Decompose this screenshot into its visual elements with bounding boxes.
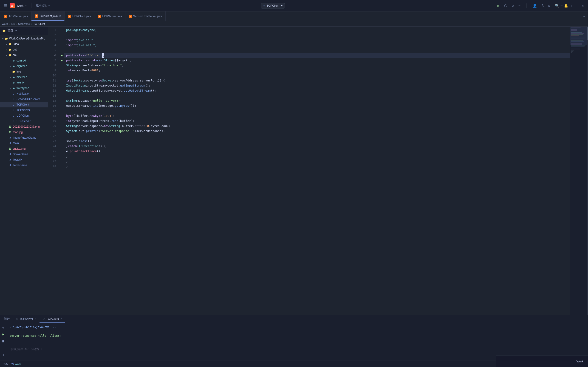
tree-item-twenty[interactable]: ▸ ◈ twenty [0,80,48,85]
bottom-tab-tcpserver-close[interactable]: ✕ [34,318,36,320]
code-line-19: int bytesRead = inputStream.read(buffer)… [64,118,570,124]
vcs-section[interactable]: 版本控制 ▾ [36,4,50,8]
tree-item-idea[interactable]: ▸ 📁 .idea [0,41,48,47]
tab-tcpserver[interactable]: J TCPServer.java [1,11,32,21]
tree-item-secondudpserver[interactable]: J SecondUDPServer [0,96,48,102]
code-line-6: public class TCPClient { [64,53,570,58]
status-position[interactable]: 6:25 [3,363,8,365]
maximize-button[interactable]: □ [567,0,577,11]
tabs-overflow-button[interactable]: ⋯ [579,14,588,18]
tree-label: TetrisGame [13,164,27,167]
plugin-button[interactable]: ⊞ [547,3,552,9]
bottom-tab-tcpclient-close[interactable]: ✕ [60,317,62,320]
tree-item-eighteen[interactable]: ▸ ◈ eighteen [0,63,48,69]
profile-button[interactable]: 👤 [531,3,538,9]
position-value: 6:25 [3,363,8,365]
java-file-icon: J [12,103,16,107]
tree-item-tcpserver[interactable]: J TCPServer [0,108,48,113]
tree-item-food[interactable]: 🖼 food.jpg [0,129,48,135]
run-stop-button[interactable]: ■ [1,339,5,343]
breadcrumb-twentyone[interactable]: twentyone [18,23,30,25]
line-num-17: 17 [48,108,58,113]
tree-arrow: ▾ [1,37,5,40]
tree-item-main[interactable]: J Main [0,141,48,146]
run-config-dropdown[interactable]: ▾ [281,4,282,7]
line-num-4: 4 [48,43,58,48]
translate-button[interactable]: A [540,3,545,9]
tree-item-src[interactable]: ▾ 📁 src [0,52,48,58]
tree-item-udpserver[interactable]: J UDPServer [0,118,48,124]
code-content[interactable]: package twentyone; import java.io.*; imp… [64,27,570,333]
line-num-27: 27 [48,159,58,164]
tab-tcpserver-label: TCPServer.java [9,15,28,18]
line-num-20: 20 [48,124,58,129]
tree-item-testup[interactable]: J TestUP [0,157,48,162]
tree-item-imagepuzzle[interactable]: J ImagePuzzleGame [0,135,48,141]
run-button[interactable]: ▶ [496,3,501,9]
rerun-button[interactable]: ↺ [1,325,5,330]
tree-item-tetrisgame[interactable]: J TetrisGame [0,162,48,168]
tree-item-comsxt[interactable]: ▸ ◈ com.sxt [0,58,48,63]
tree-item-snake[interactable]: 🖼 snake.png [0,146,48,151]
tree-item-notification[interactable]: J Notification [0,91,48,96]
tab-udpclient-label: UDPClient.java [72,15,91,18]
minimize-button[interactable]: ─ [556,0,567,11]
breadcrumb-work[interactable]: Work [2,23,8,25]
run-config[interactable]: ● TCPClient ▾ [261,3,285,8]
bottom-tab-run-label[interactable]: 运行 [1,315,13,323]
folder-icon: 📁 [12,70,16,74]
tree-item-work[interactable]: ▾ 📁 Work C:\Users\Shion\IdeaPro [0,36,48,41]
coverage-button[interactable]: ⊕ [510,3,515,9]
close-button[interactable]: ✕ [577,0,588,11]
breadcrumb-sep3: › [31,23,32,25]
run-tab-label: 运行 [4,317,10,321]
package-icon: ◈ [12,86,16,90]
tab-udpclient[interactable]: J UDPClient.java [65,11,94,21]
tree-label: UDPServer [17,120,31,123]
tree-item-img1[interactable]: 🖼 20220909223037.png [0,124,48,129]
line-num-24: 24 [48,144,58,149]
sidebar-dropdown-icon[interactable]: ▾ [15,29,17,32]
tree-item-twentyone[interactable]: ▾ ◈ twentyone [0,85,48,91]
tree-item-img[interactable]: ▸ 📁 img [0,69,48,74]
tree-arrow: ▾ [8,87,12,90]
tree-label: UDPClient [17,114,29,117]
hamburger-icon[interactable]: ☰ [3,2,8,9]
code-line-18: byte[] buffer = new byte[1024]; [64,113,570,118]
tab-tcpclient[interactable]: J TCPClient.java ✕ [32,11,65,21]
project-dropdown-icon[interactable]: ▾ [25,4,27,7]
tree-item-nineteen[interactable]: ▸ ◈ nineteen [0,74,48,80]
run-pause-button[interactable]: ⏸ [1,346,6,350]
tab-udpserver[interactable]: J UDPServer.java [94,11,125,21]
java-icon: J [35,15,38,18]
tree-arrow: ▸ [8,82,12,84]
breadcrumb-src[interactable]: src [11,23,15,25]
breadcrumb-tcpclient[interactable]: TCPClient [33,23,45,25]
code-line-22 [64,133,570,139]
scroll-to-end-button[interactable]: ⬇ [1,352,5,357]
minimap[interactable] [570,27,588,333]
bottom-tab-tcpclient[interactable]: ⬡ TCPClient ✕ [40,315,65,323]
tree-item-out[interactable]: ▸ 📁 out [0,47,48,52]
vcs-label: 版本控制 [36,4,47,8]
debug-button[interactable]: ⬡ [503,3,509,9]
java-file-icon: J [8,163,12,167]
more-actions-button[interactable]: ⋯ [517,3,522,9]
java-file-icon: J [8,158,12,162]
bottom-tab-tcpserver[interactable]: ⬡ TCPServer ✕ [13,315,40,323]
tab-secondudpserver[interactable]: J SecondUDPServer.java [125,11,166,21]
line-num-6: 6 [48,53,58,58]
tree-item-snakegame[interactable]: J SnakeGame [0,151,48,157]
tree-item-tcpclient[interactable]: J TCPClient [0,102,48,108]
run-line-7-button[interactable]: ▶ [60,58,64,63]
status-project[interactable]: W Work [11,362,21,366]
run-play-button[interactable]: ▶ [1,332,5,336]
tree-item-udpclient[interactable]: J UDPClient [0,113,48,118]
line-num-14: 14 [48,93,58,98]
tab-tcpclient-close[interactable]: ✕ [59,15,61,17]
tree-label: twentyone [17,86,29,90]
run-line-6-button[interactable]: ▶ [60,53,64,58]
package-icon: ◈ [12,75,16,79]
code-editor[interactable]: 1 2 3 4 5 6 7 8 9 10 11 12 13 14 15 16 1 [48,27,588,333]
code-line-20: String serverResponse = new String(buffe… [64,124,570,129]
